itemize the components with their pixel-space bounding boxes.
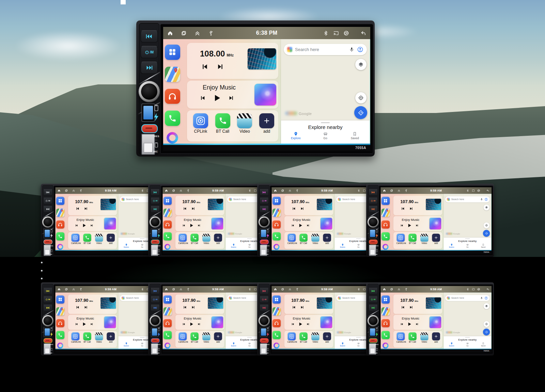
home-icon[interactable] [165,288,168,291]
sheet-handle[interactable] [247,239,252,239]
maps-app-icon[interactable] [56,209,64,217]
radio-app-icon[interactable] [56,220,64,229]
app-grid-icon[interactable] [56,197,64,205]
tab-explore[interactable]: Explore [119,244,134,248]
home-icon[interactable] [274,288,277,291]
usb-icon[interactable] [187,189,190,192]
play-button[interactable] [407,223,412,228]
music-widget[interactable]: Enjoy Music [393,216,442,231]
prev-track-button[interactable] [75,224,78,227]
music-widget[interactable]: Enjoy Music [284,216,333,231]
chevron-up-icon[interactable] [72,189,75,192]
tab-go[interactable]: Go [134,342,150,347]
layers-button[interactable] [483,205,489,211]
my-location-button[interactable] [483,321,489,327]
radio-app-icon[interactable] [165,89,180,104]
next-track-button[interactable] [90,224,93,227]
radio-widget[interactable]: 107.90 MHz [68,294,117,314]
tab-explore[interactable]: Explore [444,244,460,248]
app-cplink[interactable]: CarbitLink [287,234,296,249]
usb-charging-port[interactable] [141,103,155,122]
account-icon[interactable] [484,198,488,201]
prev-track-button[interactable] [369,189,378,196]
power-mode-button[interactable]: /M [141,46,158,58]
account-icon[interactable] [484,296,488,300]
next-station-button[interactable] [191,306,195,309]
home-icon[interactable] [58,189,61,192]
volume-knob[interactable] [150,315,161,326]
chevron-up-icon[interactable] [180,288,183,291]
next-track-button[interactable] [151,206,160,212]
tab-saved[interactable]: Saved [476,244,491,248]
phone-app-icon[interactable] [382,232,390,241]
radio-app-icon[interactable] [382,319,390,327]
phone-app-icon[interactable] [382,331,390,339]
reset-slot[interactable] [369,240,378,244]
next-track-button[interactable] [43,305,52,311]
volume-knob[interactable] [139,81,160,102]
back-icon[interactable] [486,189,489,192]
bottom-sheet[interactable]: Explore nearby Explore Go Saved [281,120,370,144]
next-track-button[interactable] [141,62,158,74]
search-bar[interactable]: Search here [445,196,490,202]
reset-slot[interactable] [151,240,160,244]
usb-icon[interactable] [79,288,82,291]
app-add[interactable]: add [259,113,275,142]
sheet-handle[interactable] [356,239,361,239]
reset-slot[interactable] [260,338,269,343]
layers-button[interactable] [483,303,489,309]
prev-station-button[interactable] [183,306,187,309]
directions-button[interactable] [483,230,490,236]
prev-track-button[interactable] [151,288,160,294]
mic-icon[interactable] [349,47,354,52]
prev-track-button[interactable] [260,189,269,196]
recents-icon[interactable] [281,288,284,291]
music-widget[interactable]: Enjoy Music [68,216,117,231]
play-button[interactable] [213,94,221,102]
radio-widget[interactable]: 107.90 MHz [68,196,117,215]
app-grid-icon[interactable] [164,197,172,205]
radio-widget[interactable]: 107.90 MHz [175,196,224,215]
play-button[interactable] [82,322,87,326]
reset-slot[interactable] [44,338,52,343]
next-track-button[interactable] [307,224,310,227]
my-location-button[interactable] [483,222,489,228]
next-station-button[interactable] [409,306,413,309]
music-widget[interactable]: Enjoy Music [175,216,224,231]
music-widget[interactable]: Enjoy Music [175,315,224,330]
app-cplink[interactable]: CarbitLink [71,332,80,348]
usb-icon[interactable] [296,189,299,192]
phone-app-icon[interactable] [272,331,281,339]
recents-icon[interactable] [172,189,175,192]
home-icon[interactable] [274,189,277,192]
tab-go[interactable]: Go [460,244,475,248]
tab-saved[interactable]: Saved [340,132,370,140]
chevron-up-icon[interactable] [398,189,401,192]
app-video[interactable]: Video [237,113,253,142]
app-cplink[interactable]: CarbitLink [287,332,296,348]
prev-station-button[interactable] [401,306,405,309]
music-widget[interactable]: Enjoy Music [393,315,442,330]
app-grid-icon[interactable] [56,295,64,304]
volume-knob[interactable] [368,216,379,228]
app-grid-icon[interactable] [165,45,180,60]
radio-widget[interactable]: 107.90 MHz [284,294,333,314]
volume-knob[interactable] [368,315,379,326]
app-cplink[interactable]: CarbitLink [396,332,405,348]
assistant-ring-icon[interactable] [165,244,171,250]
app-bt-call[interactable]: BT Call [190,234,199,249]
tab-go[interactable]: Go [242,342,257,347]
next-track-button[interactable] [307,323,310,326]
reset-slot[interactable] [151,338,160,343]
tab-explore[interactable]: Explore [444,342,460,347]
next-track-button[interactable] [260,305,269,311]
layers-button[interactable] [355,59,367,70]
app-grid-icon[interactable] [272,197,281,205]
play-button[interactable] [189,223,194,228]
app-cplink[interactable]: CarbitLink [71,234,80,249]
radio-widget[interactable]: 108.00 MHz [187,43,278,79]
recents-icon[interactable] [281,189,284,192]
app-video[interactable]: Video [202,332,211,348]
app-cplink[interactable]: CarbitLink [178,234,187,249]
radio-app-icon[interactable] [272,220,281,229]
